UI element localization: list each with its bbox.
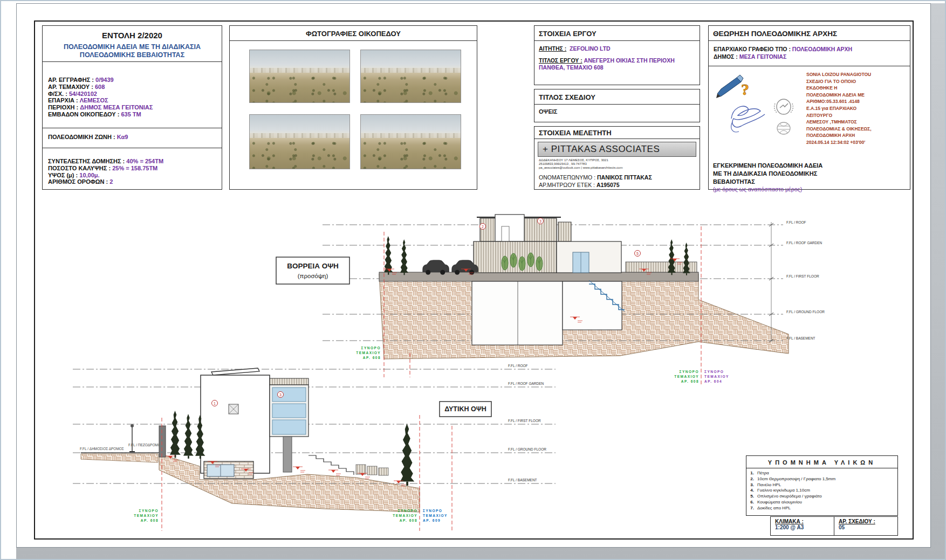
boundary-label: ΑΡ. 604 — [704, 379, 722, 383]
designer-name-row: ΟΝΟΜΑΤΕΠΩΝΥΜΟ : ΠΑΝΙΚΟΣ ΠΙΤΤΑΚΑΣ — [539, 174, 695, 181]
west-column — [283, 437, 292, 472]
level-label: F.FL / FIRST FLOOR — [786, 274, 819, 278]
scale-cell: ΚΛΙΜΑΚΑ : 1:200 @ A3 — [771, 517, 834, 535]
legend-item: 3.Πανέλο HPL — [746, 482, 897, 488]
legend-item: 5.Οπλισμένο σκυρόδεμα / γραφιάτο — [746, 494, 897, 500]
ref-bubble: 3 — [539, 219, 541, 223]
west-elevation-title: ΔΥΤΙΚΗ ΟΨΗ — [444, 405, 486, 413]
street-level-label: F.FL / ΔΗΜΟΣΙΟΣ ΔΡΟΜΟΣ — [80, 447, 124, 451]
boundary-label: ΑΡ. 609 — [423, 518, 441, 522]
site-photo-4 — [360, 114, 461, 169]
north-penthouse-door — [502, 226, 509, 241]
boundary-label: ΑΡ. 608 — [141, 518, 159, 522]
approval-office-row: ΕΠΑΡΧΙΑΚΟ ΓΡΑΦΕΙΟ ΤΠΟ : ΠΟΛΕΟΔΟΜΙΚΗ ΑΡΧΗ — [714, 45, 905, 53]
order-header: ΕΝΤΟΛΗ 2/2020 ΠΟΛΕΟΔΟΜΙΚΗ ΑΔΕΙΑ ΜΕ ΤΗ ΔΙ… — [43, 26, 222, 61]
svg-text:?: ? — [741, 80, 749, 98]
west-basement-window — [207, 465, 234, 476]
level-label: F.FL / BASEMENT — [508, 478, 537, 482]
order-field-row: ΕΜΒΑΔΟΝ ΟΙΚΟΠΕΔΟΥ : 635 ΤΜ — [43, 111, 222, 118]
legend-item: 4.Γυαλινο κιγκλιδωμα 1,10cm — [746, 488, 897, 494]
north-label-box: ΒΟΡΡΕΙΑ ΟΨΗ (προσόψη) — [276, 257, 349, 284]
level-label: F.FL / FIRST FLOOR — [508, 419, 541, 423]
north-elevation: F.FL / ROOF F.FL / ROOF GARDEN F.FL / FI… — [276, 215, 825, 385]
street-level-label: F.FL / ΠΕΖΟΔΡΟΜΙΟ — [128, 443, 162, 447]
order-field-row: Φ/ΣΧ. : 54/420102 — [43, 91, 222, 98]
order-field-row: ΑΡ. ΤΕΜΑΧΙΟΥ : 608 — [43, 84, 222, 91]
west-elevation: F.FL / ROOF F.FL / ROOF GARDEN F.FL / FI… — [73, 364, 556, 531]
level-label: F.FL / BASEMENT — [786, 336, 815, 340]
north-elevation-subtitle: (προσόψη) — [298, 273, 328, 279]
north-basement-right — [563, 281, 622, 330]
project-panel: ΣΤΟΙΧΕΙΑ ΕΡΓΟΥ ΑΙΤΗΤΗΣ : ZEFOLINO LTD ΤΙ… — [534, 25, 700, 85]
order-zone: ΠΟΛΕΟΔΟΜΙΚΗ ΖΩΝΗ : Κα9 — [43, 128, 222, 148]
boundary-label: ΤΕΜΑΧΙΟΥ — [393, 514, 417, 517]
north-basement — [472, 281, 563, 345]
drawing-title-box: ΤΙΤΛΟΣ ΣΧΕΔΙΟΥ ΟΨΕΙΣ — [534, 89, 700, 122]
digital-signature-stamp: SONIA LOIZOU PANAGIOTOU ΣΧΕΔΙΟ ΓΙΑ ΤΟ ΟΠ… — [806, 71, 909, 146]
west-label-box: ΔΥΤΙΚΗ ΟΨΗ — [440, 402, 491, 417]
west-vent-window — [229, 404, 238, 414]
boundary-label: ΑΡ. 608 — [400, 518, 417, 522]
drawing-title-value: ΟΨΕΙΣ — [534, 105, 700, 119]
boundary-label: ΣΥΝΟΡΟ — [398, 509, 417, 513]
boundary-label: ΣΥΝΟΡΟ — [361, 346, 381, 350]
order-field-row: ΑΡ. ΕΓΓΡΑΦΗΣ : 0/9439 — [43, 77, 222, 84]
legend-item: 2.10cm Θερμοπροσοψη / Γραφιατο 1,5mm — [746, 476, 897, 482]
title-strip: ΚΛΙΜΑΚΑ : 1:200 @ A3 ΑΡ. ΣΧΕΔΙΟΥ : 05 — [770, 516, 898, 536]
order-title: ΕΝΤΟΛΗ 2/2020 — [43, 26, 222, 40]
north-penthouse — [495, 215, 524, 241]
west-street-labels: F.FL / ΔΗΜΟΣΙΟΣ ΔΡΟΜΟΣ F.FL / ΠΕΖΟΔΡΟΜΙΟ — [80, 443, 162, 451]
boundary-label: ΣΥΝΟΡΟ — [139, 509, 159, 513]
order-metric-row: ΑΡΙΘΜΟΣ ΟΡΟΦΩΝ : 2 — [43, 178, 222, 185]
north-elevation-title: ΒΟΡΡΕΙΑ ΟΨΗ — [287, 262, 339, 270]
project-title-header: ΣΤΟΙΧΕΙΑ ΕΡΓΟΥ — [534, 26, 700, 41]
legend-item: 6.Κουφώματα αλουμινίου — [746, 500, 897, 506]
level-label: F.FL / ROOF — [508, 364, 528, 368]
boundary-label: ΑΡ. 608 — [681, 379, 699, 383]
boundary-label: ΣΥΝΟΡΟ — [680, 370, 699, 374]
level-label: F.FL / ROOF GARDEN — [508, 382, 544, 385]
sheet-number-label: ΑΡ. ΣΧΕΔΙΟΥ : — [839, 518, 897, 524]
order-fields: ΑΡ. ΕΓΓΡΑΦΗΣ : 0/9439 ΑΡ. ΤΕΜΑΧΙΟΥ : 608… — [43, 61, 222, 128]
level-label: F.FL / ROOF — [786, 220, 806, 224]
north-level-labels: F.FL / ROOF F.FL / ROOF GARDEN F.FL / FI… — [786, 220, 825, 340]
legend-title: ΥΠΟΜΝΗΜΑ ΥΛΙΚΩΝ — [746, 456, 897, 468]
boundary-label: ΤΕΜΑΧΙΟΥ — [134, 514, 159, 517]
boundary-label: ΑΡ. 608 — [363, 356, 381, 359]
boundary-label: ΤΕΜΑΧΙΟΥ — [356, 351, 381, 355]
ref-bubble: 2 — [482, 225, 484, 229]
ref-bubble: 5 — [636, 252, 639, 255]
order-metrics: ΣΥΝΤΕΛΕΣΤΗΣ ΔΟΜΗΣΗΣ : 40% = 254ΤΜ ΠΟΣΟΣΤ… — [43, 148, 222, 188]
sheet-number-value: 05 — [839, 524, 897, 530]
boundary-label: ΣΥΝΟΡΟ — [704, 370, 724, 374]
level-label: F.FL / GROUND FLOOR — [786, 310, 825, 314]
retaining-wall — [159, 426, 166, 457]
firm-logo: + PITTAKAS ASSOCIATES — [538, 142, 696, 157]
legend-item: 1.Πέτρα — [746, 471, 897, 476]
order-metric-row: ΠΟΣΟΣΤΟ ΚΑΛΥΨΗΣ : 25% = 158.75ΤΜ — [43, 165, 222, 172]
level-label: F.FL / ROOF GARDEN — [786, 241, 822, 245]
applicant-row: ΑΙΤΗΤΗΣ : ZEFOLINO LTD — [539, 45, 695, 52]
project-title-row: ΤΙΤΛΟΣ ΕΡΓΟΥ : ΑΝΕΓΕΡΣΗ ΟΙΚΙΑΣ ΣΤΗ ΠΕΡΙΟ… — [539, 57, 695, 71]
level-label: F.FL / GROUND FLOOR — [508, 447, 546, 451]
street-lamp — [129, 424, 135, 452]
west-stairs — [309, 455, 354, 475]
approval-title: ΘΕΩΡΗΣΗ ΠΟΛΕΟΔΟΜΙΚΗΣ ΑΡΧΗΣ — [709, 26, 910, 41]
order-subtitle: ΠΟΛΕΟΔΟΜΙΚΗ ΑΔΕΙΑ ΜΕ ΤΗ ΔΙΑΔΙΚΑΣΙΑ ΠΟΛΕΟ… — [43, 40, 222, 59]
photos-title: ΦΩΤΟΓΡΑΦΙΕΣ ΟΙΚΟΠΕΔΟΥ — [230, 26, 477, 41]
boundary-label: ΤΕΜΑΧΙΟΥ — [423, 514, 448, 517]
order-metric-row: ΥΨΟΣ (μ) : 10,00μ. — [43, 172, 222, 179]
approved-statement: ΕΓΚΕΚΡΙΜΕΝΗ ΠΟΛΕΟΔΟΜΙΚΗ ΑΔΕΙΑ ΜΕ ΤΗ ΔΙΑΔ… — [713, 162, 907, 186]
sheet-number-cell: ΑΡ. ΣΧΕΔΙΟΥ : 05 — [834, 517, 897, 535]
west-level-lines — [73, 369, 556, 483]
boundary-label: ΤΕΜΑΧΙΟΥ — [674, 375, 699, 378]
west-level-labels: F.FL / ROOF F.FL / ROOF GARDEN F.FL / FI… — [508, 364, 546, 482]
site-photo-2 — [360, 50, 461, 103]
order-field-row: ΕΠΑΡΧΙΑ : ΛΕΜΕΣΟΣ — [43, 97, 222, 104]
order-field-row: ΠΕΡΙΟΧΗ : ΔΗΜΟΣ ΜΕΣΑ ΓΕΙΤΟΝΙΑΣ — [43, 104, 222, 111]
ref-bubble: 3 — [279, 393, 282, 397]
boundary-label: ΤΕΜΑΧΙΟΥ — [704, 375, 729, 378]
ref-bubble: 1 — [214, 402, 216, 405]
designer-etek-row: ΑΡ.ΜΗΤΡΩΟΥ ΕΤΕΚ : A195075 — [539, 181, 695, 189]
west-main-volume — [201, 375, 270, 473]
